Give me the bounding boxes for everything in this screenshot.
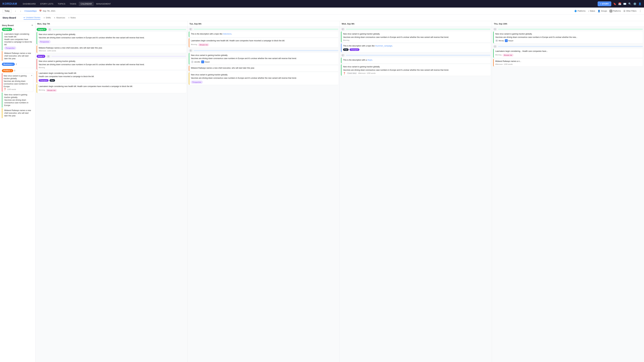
monday-story-1[interactable]: New virus variant is gaining traction gl… [37, 32, 186, 44]
story-text-3: New virus variant is gaining traction gl… [4, 75, 32, 80]
tuesday-story-3[interactable]: New virus variant is gaining traction gl… [189, 53, 338, 65]
story-text-1: Lawmakers begin considering new health b… [4, 33, 32, 38]
wednesday-story-4[interactable]: New virus variant is gaining traction gl… [341, 64, 490, 76]
day-monday: Mon, Sep 7th Digital ▾ 2 New virus vari [36, 21, 188, 362]
thursday-story-1[interactable]: New virus variant is gaining traction gl… [493, 31, 643, 43]
undated-dot: ● [24, 16, 25, 19]
today-button[interactable]: Today [2, 9, 12, 13]
tab-notes[interactable]: ● Notes [68, 16, 76, 20]
monday-perspective-tag: Perspective [39, 40, 50, 43]
tuesday-story-1[interactable]: This is the description with a topic lik… [189, 31, 338, 37]
tuesday-story-2[interactable]: Lawmakers begin considering new health b… [189, 38, 338, 47]
filter-status-label: Status [590, 10, 595, 12]
amuse-tag-1: Amuse me [46, 89, 57, 92]
filter-other[interactable]: ☰ Other Filters [624, 10, 636, 12]
filter-platforms-1[interactable]: 🔷 Platforms [574, 10, 586, 12]
wednesday-story-3[interactable]: This is the description with a #topic. [341, 57, 490, 63]
tuesday-story-4-title: Midwest Railways names a new chief execu… [191, 67, 337, 69]
business-platform-tag[interactable]: Business ▾ [2, 63, 15, 66]
tuesday-story-1-title: This is the description with a topic lik… [191, 33, 337, 35]
thursday-story-3[interactable]: Midwest Railways names a n... Afternoon … [493, 59, 643, 66]
wendy-name: Wendy [498, 40, 504, 42]
monday-story-2[interactable]: Midwest Railways names a new chief execu… [37, 45, 186, 53]
tuesday-story-4[interactable]: Midwest Railways names a new chief execu… [189, 65, 338, 71]
nav-tasks[interactable]: TASKS [68, 2, 78, 6]
politics-platform-tag[interactable]: Politics ▾ [2, 69, 13, 72]
business-platform-header: Business ▾ 2 [2, 63, 33, 66]
tuesday-morning-tag: Morning [191, 43, 197, 45]
tuesday-story-2-meta: Morning Amuse me [191, 43, 337, 46]
digital-platform-tag[interactable]: Digital ▾ [2, 28, 12, 31]
monday-print-story-1[interactable]: New virus variant is gaining traction gl… [37, 59, 186, 70]
harper-name-2: Harper [508, 40, 514, 42]
nav-dashboard[interactable]: DASHBOARD [21, 2, 38, 6]
thursday-bar-2 [498, 46, 643, 47]
elections-link[interactable]: #elections [223, 33, 232, 35]
status-icon: ↕ [588, 10, 589, 12]
wednesday-bar-1 [346, 29, 490, 30]
digital-arrow: ▾ [10, 28, 11, 30]
nav-management[interactable]: MANAGEMENT [94, 2, 113, 6]
story-button[interactable]: + STORY [598, 1, 611, 6]
user-icon[interactable]: 👤 [638, 2, 642, 5]
filter-groups[interactable]: 👤 Groups [598, 10, 607, 12]
tuesday-count-1: 2 [189, 28, 192, 30]
tuesday-perspective-tag: Perspective [191, 81, 203, 84]
tab-undated-stories[interactable]: ● Undated Stories [24, 16, 40, 20]
mail-icon[interactable]: ✉️ [623, 2, 626, 5]
monday-print-label[interactable]: Print ▾ [37, 55, 45, 58]
monday-morning-tag: Morning [39, 67, 45, 68]
monday-print-story-2[interactable]: Lawmakers begin considering new health b… [37, 71, 186, 83]
search-icon[interactable]: 🔍 [628, 2, 632, 5]
monday-header: Mon, Sep 7th [36, 21, 188, 27]
sub-nav: Today ‹ › 4 issues/days 📅 Sep 7th, 2021 … [0, 7, 644, 14]
wendy-avatar: W Wendy [495, 39, 504, 42]
monday-story-1-title: New virus variant is gaining traction gl… [39, 33, 184, 36]
nav-topics[interactable]: TOPICS [56, 2, 67, 6]
monday-story-2-meta: Afternoon 1200 words [39, 50, 184, 52]
nav-calendar[interactable]: CALENDAR [79, 2, 94, 6]
monday-print-story-2-meta: Transport Rail [39, 79, 184, 82]
add-story-button[interactable]: + [31, 74, 32, 77]
tab-absences-label: Absences [56, 16, 65, 19]
prev-arrow[interactable]: ‹ [14, 9, 17, 12]
thursday-story-2[interactable]: Lawmakers begin considering... Health ca… [493, 49, 643, 58]
next-arrow[interactable]: › [19, 9, 22, 12]
tuesday-section-1: 2 This is the description with a topic l… [189, 28, 338, 47]
monday-story-1-sub: Vaccines are driving down coronavirus ca… [39, 36, 184, 39]
summer-link[interactable]: #summer_campaign [375, 45, 392, 47]
tab-notes-label: Notes [70, 16, 76, 19]
settings-icon[interactable]: ⚙️ [633, 2, 636, 5]
harper-avatar-1: ≡ Harper [201, 60, 210, 63]
tab-shifts[interactable]: ● Shifts [44, 16, 51, 20]
wednesday-story-2[interactable]: This is the description with a topic lik… [341, 43, 490, 52]
monday-body: Digital ▾ 2 New virus variant is gaining… [36, 27, 188, 362]
topic-link[interactable]: #topic [367, 59, 372, 61]
tab-undated-label: Undated Stories [26, 16, 40, 19]
day-tuesday: Tue, Sep 8th 2 This is the description w… [188, 21, 340, 362]
calendar-icon[interactable]: 📅 [618, 2, 621, 5]
thursday-afternoon-tag: Afternoon [495, 63, 503, 65]
tuesday-story-5[interactable]: New virus variant is gaining traction gl… [189, 72, 338, 85]
more-button[interactable]: ⋮ [639, 9, 642, 12]
nav-items: DASHBOARD STORY LISTS TOPICS TASKS CALEN… [21, 2, 113, 6]
filter-status[interactable]: ↕ Status [588, 10, 595, 12]
logo: KORDIAM [2, 2, 17, 5]
monday-print-story-3[interactable]: Lawmakers begin considering new health b… [37, 84, 186, 93]
section-divider-1 [2, 68, 33, 68]
jennifer-avatar: J Jennifer [191, 60, 200, 63]
bookmark-icon[interactable]: 🔖 [613, 2, 616, 5]
eye-icon[interactable]: 👁 [31, 24, 33, 26]
monday-digital-label[interactable]: Digital ▾ [37, 28, 47, 31]
filter-platforms-2[interactable]: 🔲 Platforms [610, 10, 621, 12]
wednesday-story-1[interactable]: New virus variant is gaining traction gl… [341, 31, 490, 42]
thursday-section-1-header: 1 [493, 28, 643, 30]
filter-platforms-label-2: Platforms [613, 10, 621, 12]
sidebar-title: Story Board [2, 24, 14, 26]
transport-tag-2: Transport [350, 48, 360, 51]
tab-absences[interactable]: ● Absences [54, 16, 65, 20]
board-header: Story Board ● Undated Stories ● Shifts ●… [0, 14, 644, 21]
logo-text: KORDIAM [2, 2, 17, 5]
nav-story-lists[interactable]: STORY LISTS [38, 2, 55, 6]
calendar-columns: Mon, Sep 7th Digital ▾ 2 New virus vari [36, 21, 644, 362]
